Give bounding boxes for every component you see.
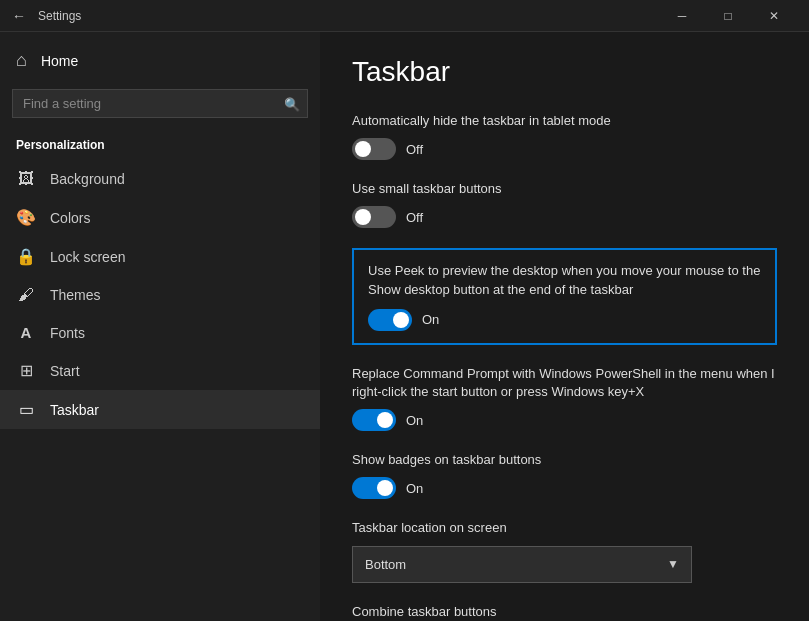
peek-toggle[interactable] [368, 309, 412, 331]
home-icon: ⌂ [16, 50, 27, 71]
home-label: Home [41, 53, 78, 69]
search-icon: 🔍 [284, 96, 300, 111]
location-dropdown-arrow: ▼ [667, 557, 679, 571]
small-buttons-toggle-row: Off [352, 206, 777, 228]
main-layout: ⌂ Home 🔍 Personalization 🖼 Background 🎨 … [0, 32, 809, 621]
back-button[interactable]: ← [12, 8, 26, 24]
location-label: Taskbar location on screen [352, 519, 777, 537]
peek-section: Use Peek to preview the desktop when you… [352, 248, 777, 344]
location-dropdown-wrapper: Bottom ▼ [352, 546, 777, 583]
content-area: Taskbar Automatically hide the taskbar i… [320, 32, 809, 621]
sidebar-item-taskbar[interactable]: ▭ Taskbar [0, 390, 320, 429]
sidebar-item-background[interactable]: 🖼 Background [0, 160, 320, 198]
fonts-label: Fonts [50, 325, 85, 341]
colors-icon: 🎨 [16, 208, 36, 227]
tablet-mode-toggle-row: Off [352, 138, 777, 160]
peek-label: Use Peek to preview the desktop when you… [368, 262, 761, 298]
colors-label: Colors [50, 210, 90, 226]
tablet-mode-toggle[interactable] [352, 138, 396, 160]
location-setting: Taskbar location on screen Bottom ▼ [352, 519, 777, 582]
badges-knob [377, 480, 393, 496]
taskbar-label: Taskbar [50, 402, 99, 418]
small-buttons-knob [355, 209, 371, 225]
start-icon: ⊞ [16, 361, 36, 380]
badges-toggle[interactable] [352, 477, 396, 499]
small-buttons-state: Off [406, 210, 423, 225]
powershell-toggle-row: On [352, 409, 777, 431]
powershell-knob [377, 412, 393, 428]
sidebar: ⌂ Home 🔍 Personalization 🖼 Background 🎨 … [0, 32, 320, 621]
small-buttons-toggle[interactable] [352, 206, 396, 228]
powershell-label: Replace Command Prompt with Windows Powe… [352, 365, 777, 401]
sidebar-item-themes[interactable]: 🖌 Themes [0, 276, 320, 314]
start-label: Start [50, 363, 80, 379]
background-icon: 🖼 [16, 170, 36, 188]
tablet-mode-knob [355, 141, 371, 157]
search-box: 🔍 [12, 89, 308, 118]
sidebar-item-lock-screen[interactable]: 🔒 Lock screen [0, 237, 320, 276]
taskbar-icon: ▭ [16, 400, 36, 419]
fonts-icon: A [16, 324, 36, 341]
window-controls: ─ □ ✕ [659, 0, 797, 32]
home-nav-item[interactable]: ⌂ Home [0, 40, 320, 81]
sidebar-section-title: Personalization [0, 126, 320, 160]
location-dropdown-value: Bottom [365, 557, 406, 572]
location-dropdown[interactable]: Bottom ▼ [352, 546, 692, 583]
badges-toggle-row: On [352, 477, 777, 499]
tablet-mode-setting: Automatically hide the taskbar in tablet… [352, 112, 777, 160]
powershell-state: On [406, 413, 423, 428]
combine-setting: Combine taskbar buttons Always, hide lab… [352, 603, 777, 622]
lock-icon: 🔒 [16, 247, 36, 266]
window-title: Settings [38, 9, 81, 23]
peek-toggle-row: On [368, 309, 761, 331]
tablet-mode-label: Automatically hide the taskbar in tablet… [352, 112, 777, 130]
minimize-button[interactable]: ─ [659, 0, 705, 32]
badges-label: Show badges on taskbar buttons [352, 451, 777, 469]
background-label: Background [50, 171, 125, 187]
page-title: Taskbar [352, 56, 777, 88]
maximize-button[interactable]: □ [705, 0, 751, 32]
powershell-setting: Replace Command Prompt with Windows Powe… [352, 365, 777, 431]
close-button[interactable]: ✕ [751, 0, 797, 32]
badges-state: On [406, 481, 423, 496]
peek-state: On [422, 312, 439, 327]
themes-icon: 🖌 [16, 286, 36, 304]
small-buttons-setting: Use small taskbar buttons Off [352, 180, 777, 228]
search-input[interactable] [12, 89, 308, 118]
sidebar-item-colors[interactable]: 🎨 Colors [0, 198, 320, 237]
sidebar-item-fonts[interactable]: A Fonts [0, 314, 320, 351]
tablet-mode-state: Off [406, 142, 423, 157]
themes-label: Themes [50, 287, 101, 303]
sidebar-item-start[interactable]: ⊞ Start [0, 351, 320, 390]
peek-knob [393, 312, 409, 328]
powershell-toggle[interactable] [352, 409, 396, 431]
small-buttons-label: Use small taskbar buttons [352, 180, 777, 198]
combine-label: Combine taskbar buttons [352, 603, 777, 621]
badges-setting: Show badges on taskbar buttons On [352, 451, 777, 499]
lock-screen-label: Lock screen [50, 249, 125, 265]
title-bar: ← Settings ─ □ ✕ [0, 0, 809, 32]
